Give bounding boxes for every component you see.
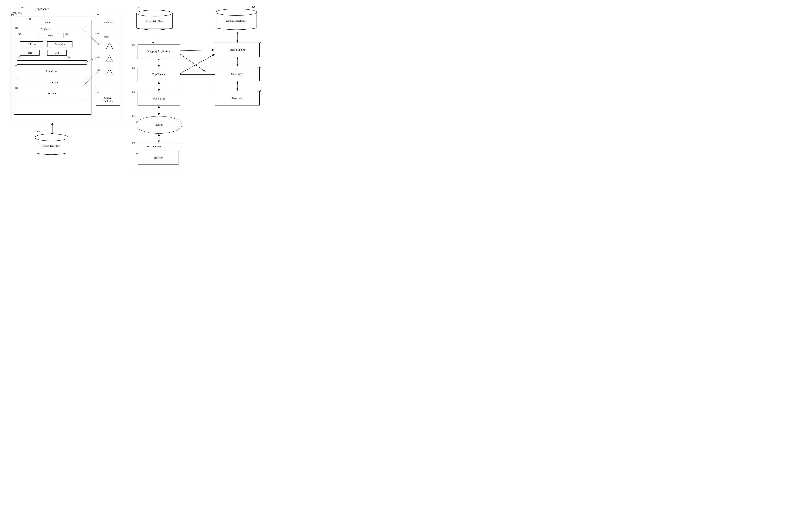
left-diagram: 101 Trip Planner 102 Trip Plan 101 Items (4, 6, 124, 153)
landmark-db-svg: Landmark Database (215, 9, 260, 32)
web-server-box: Web Server (137, 92, 180, 105)
svg-point-11 (136, 10, 172, 16)
mapping-application-label: Mapping Application (147, 50, 170, 53)
num-133: 133 (97, 69, 101, 71)
num-142: 142 (252, 6, 255, 9)
address-label: Address (28, 43, 35, 46)
browser-box: Browser (138, 151, 178, 165)
nth-item-label: Nth Item (47, 92, 57, 95)
trip-planner-label: Trip Planner (35, 7, 49, 11)
num-140-left: 140 (37, 130, 40, 133)
svg-line-26 (180, 54, 205, 72)
stored-trip-plans-left: Stored Trip Plans 140 (34, 134, 71, 157)
svg-marker-2 (106, 69, 113, 75)
first-item-label: First Item (41, 28, 49, 31)
num-152: 152 (132, 43, 135, 46)
svg-line-27 (180, 54, 215, 74)
num-150: 150 (132, 91, 135, 93)
num-140-right: 140 (136, 6, 140, 9)
description-field: Description (47, 41, 72, 47)
second-item-box: Second Item (17, 64, 87, 78)
landmark-database: Landmark Database 142 (215, 9, 260, 33)
num-131: 131 (97, 43, 101, 45)
num-124: 124 (67, 56, 71, 58)
num-101-right: 101 (132, 66, 135, 70)
num-112: 112 (15, 64, 18, 67)
svg-marker-0 (106, 43, 113, 49)
dots: • • • (52, 81, 58, 85)
svg-line-25 (180, 50, 215, 51)
num-160: 160 (132, 142, 135, 145)
search-engine-label: Search Engine (229, 48, 245, 51)
user-computer-box: User Computer Browser 162 (136, 143, 182, 172)
trip-planner-right-label: Trip Planner (152, 73, 166, 76)
num-121: 121 (18, 33, 21, 35)
num-154: 154 (132, 115, 135, 118)
content-collector-label: ContentCollector (103, 96, 113, 103)
num-126: 126 (95, 91, 99, 94)
web-server-label: Web Server (153, 97, 165, 100)
calendar-label: Calendar (104, 21, 113, 24)
num-122: 122 (18, 56, 21, 58)
date-label: Date (55, 51, 59, 55)
date-field: Date (47, 50, 67, 56)
user-computer-label: User Computer (145, 145, 161, 148)
cylinder-left-svg: Stored Trip Plans (34, 134, 71, 157)
calendar-box: Calendar (98, 17, 119, 28)
num-146: 146 (257, 65, 261, 68)
name-field: Name (37, 33, 64, 38)
geocoder-box: Geocoder (215, 91, 260, 105)
right-diagram: Stored Trip Plans 140 Landmark Database … (132, 6, 267, 174)
svg-text:Landmark Database: Landmark Database (226, 19, 247, 22)
browser-label: Browser (154, 156, 162, 160)
tags-label: Tags (28, 51, 32, 55)
trip-plan-box: Trip Plan 101 Items 111 First Item (12, 16, 95, 118)
num-125: 125 (96, 14, 99, 17)
geocoder-label: Geocoder (232, 97, 243, 100)
map-box: Map 131 132 133 (96, 34, 120, 88)
internet-label: Internet (155, 123, 163, 126)
map-triangle-2 (106, 56, 113, 62)
internet-ellipse: Internet (136, 116, 182, 134)
num-132: 132 (97, 56, 101, 58)
stored-trip-plans-right: Stored Trip Plans 140 (136, 10, 174, 33)
mapping-application-box: Mapping Application (137, 45, 180, 58)
trip-planner-right-box: Trip Planner (137, 68, 180, 81)
first-item-box: First Item 120 Name 121 123 (17, 27, 87, 61)
map-label: Map (104, 35, 109, 38)
num-130: 130 (95, 32, 99, 35)
svg-point-14 (216, 9, 257, 15)
content-collector-box: ContentCollector (96, 93, 120, 106)
items-box: Items 111 First Item 120 Name (14, 20, 91, 115)
description-label: Description (55, 43, 65, 46)
items-label: Items (45, 21, 51, 24)
map-triangle-1 (106, 43, 113, 50)
tags-field: Tags (20, 50, 40, 56)
search-engine-box: Search Engine (215, 43, 260, 57)
name-label: Name (47, 34, 53, 37)
cylinder-right-svg: Stored Trip Plans (136, 10, 174, 32)
num-123: 123 (65, 33, 69, 35)
num-101-top: 101 (20, 6, 24, 9)
second-item-label: Second Item (45, 70, 58, 73)
num-162: 162 (136, 152, 140, 155)
trip-plan-label: Trip Plan (13, 12, 22, 15)
address-field: Address (20, 41, 43, 47)
map-server-box: Map Server (215, 67, 260, 81)
svg-marker-1 (106, 56, 113, 62)
num-113: 113 (15, 87, 18, 89)
num-144: 144 (257, 41, 261, 44)
trip-planner-box: Trip Planner 102 Trip Plan 101 Items 111 (10, 12, 122, 124)
diagram-container: 101 Trip Planner 102 Trip Plan 101 Items (0, 0, 271, 176)
svg-point-8 (35, 134, 68, 141)
map-triangle-3 (106, 69, 113, 76)
svg-text:Stored Trip Plans: Stored Trip Plans (146, 20, 163, 22)
nth-item-box: Nth Item (17, 87, 87, 100)
num-148: 148 (257, 89, 261, 92)
map-server-label: Map Server (231, 73, 244, 76)
svg-text:Stored Trip Plans: Stored Trip Plans (43, 145, 60, 147)
